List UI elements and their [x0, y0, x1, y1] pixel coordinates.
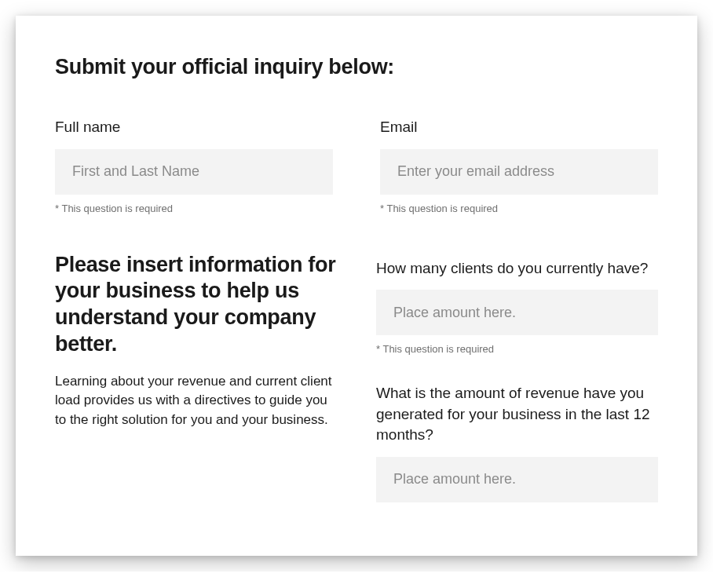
email-required-note: * This question is required: [380, 203, 658, 214]
clients-input[interactable]: [376, 290, 658, 335]
full-name-input[interactable]: [55, 149, 333, 195]
clients-label: How many clients do you currently have?: [376, 258, 658, 279]
revenue-label: What is the amount of revenue have you g…: [376, 383, 658, 446]
revenue-input[interactable]: [376, 457, 658, 502]
full-name-label: Full name: [55, 117, 333, 138]
form-title: Submit your official inquiry below:: [55, 55, 658, 79]
form-row-top: Full name * This question is required Em…: [55, 117, 658, 214]
business-info-paragraph: Learning about your revenue and current …: [55, 372, 337, 430]
email-group: Email * This question is required: [380, 117, 658, 214]
full-name-group: Full name * This question is required: [55, 117, 333, 214]
clients-group: How many clients do you currently have? …: [376, 258, 658, 356]
inquiry-form-card: Submit your official inquiry below: Full…: [16, 16, 697, 556]
form-row-bottom: Please insert information for your busin…: [55, 252, 658, 509]
email-label: Email: [380, 117, 658, 138]
business-fields: How many clients do you currently have? …: [376, 252, 658, 509]
clients-required-note: * This question is required: [376, 343, 658, 355]
revenue-group: What is the amount of revenue have you g…: [376, 383, 658, 502]
business-info-heading: Please insert information for your busin…: [55, 252, 337, 358]
email-input[interactable]: [380, 149, 658, 195]
full-name-required-note: * This question is required: [55, 203, 333, 214]
business-info-section: Please insert information for your busin…: [55, 252, 345, 509]
